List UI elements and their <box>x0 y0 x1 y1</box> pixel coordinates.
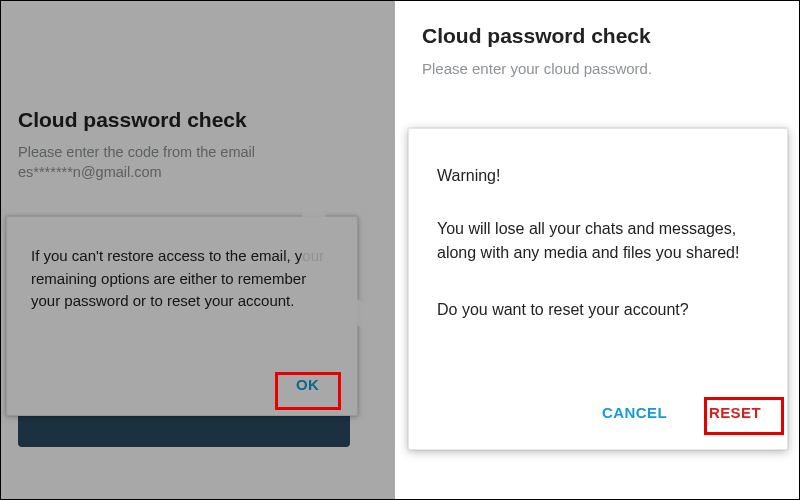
left-subtitle-email: es*******n@gmail.com <box>18 164 162 180</box>
cancel-button[interactable]: CANCEL <box>598 398 671 427</box>
left-dialog-body: If you can't restore access to the email… <box>31 245 333 313</box>
warning-question: Do you want to reset your account? <box>437 301 763 319</box>
warning-title: Warning! <box>437 167 500 185</box>
highlight-reset-annotation <box>704 397 784 435</box>
left-screen: Cloud password check Please enter the co… <box>0 0 395 500</box>
right-subtitle: Please enter your cloud password. <box>422 60 652 77</box>
warning-body: You will lose all your chats and message… <box>437 217 763 265</box>
left-subtitle-line1: Please enter the code from the email <box>18 144 255 160</box>
highlight-ok-annotation <box>275 372 341 410</box>
page-title-right: Cloud password check <box>422 24 651 48</box>
page-title-left: Cloud password check <box>18 108 247 132</box>
